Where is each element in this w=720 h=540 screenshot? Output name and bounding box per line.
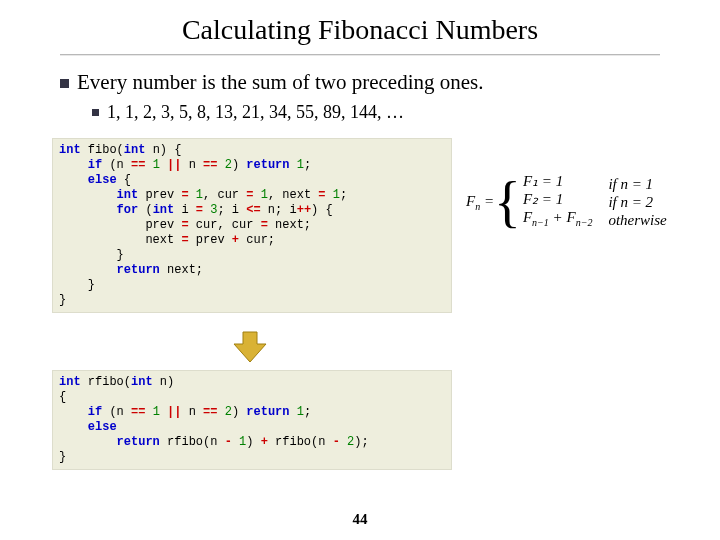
- bullet-level1: Every number is the sum of two preceding…: [60, 70, 484, 95]
- down-arrow-icon: [230, 330, 270, 364]
- code-text: int fibo(int n) { if (n == 1 || n == 2) …: [59, 143, 445, 308]
- code-block-iterative: int fibo(int n) { if (n == 1 || n == 2) …: [52, 138, 452, 313]
- formula-cases: F₁ = 1 F₂ = 1 Fn−1 + Fn−2: [523, 172, 592, 232]
- page-number: 44: [0, 511, 720, 528]
- formula-lhs: Fn =: [466, 193, 494, 212]
- bullet-square-icon: [92, 109, 99, 116]
- slide: Calculating Fibonacci Numbers Every numb…: [0, 0, 720, 540]
- bullet1-text: Every number is the sum of two preceding…: [77, 70, 484, 94]
- fibonacci-formula: Fn = { F₁ = 1 F₂ = 1 Fn−1 + Fn−2 if n = …: [466, 172, 706, 232]
- slide-title: Calculating Fibonacci Numbers: [0, 14, 720, 46]
- formula-conditions: if n = 1 if n = 2 otherwise: [608, 175, 666, 229]
- title-rule: [60, 54, 660, 56]
- bullet2-text: 1, 1, 2, 3, 5, 8, 13, 21, 34, 55, 89, 14…: [107, 102, 404, 122]
- svg-marker-0: [234, 332, 266, 362]
- bullet-square-icon: [60, 79, 69, 88]
- code-text: int rfibo(int n) { if (n == 1 || n == 2)…: [59, 375, 445, 465]
- brace-icon: {: [494, 174, 521, 230]
- code-block-recursive: int rfibo(int n) { if (n == 1 || n == 2)…: [52, 370, 452, 470]
- bullet-level2: 1, 1, 2, 3, 5, 8, 13, 21, 34, 55, 89, 14…: [92, 102, 404, 123]
